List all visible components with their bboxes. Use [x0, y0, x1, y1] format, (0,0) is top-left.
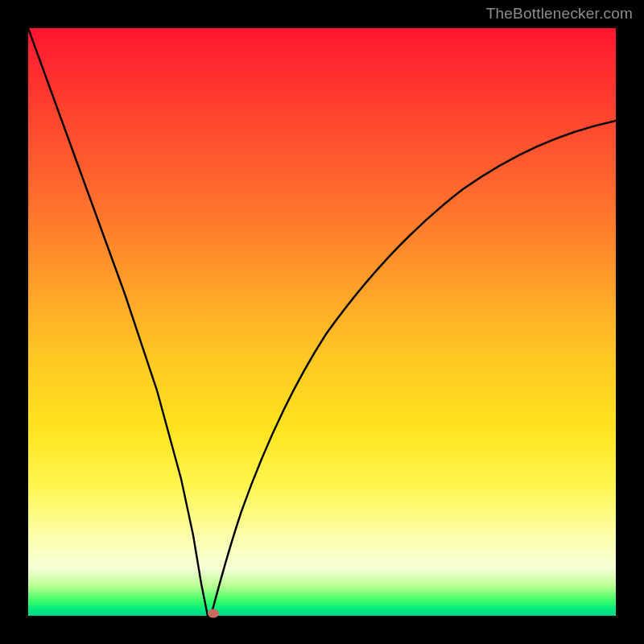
plot-area [28, 28, 616, 616]
watermark-text: TheBottlenecker.com [486, 5, 633, 23]
bottleneck-curve [28, 28, 616, 616]
valley-marker [208, 609, 219, 618]
chart-frame: TheBottlenecker.com [0, 0, 644, 644]
